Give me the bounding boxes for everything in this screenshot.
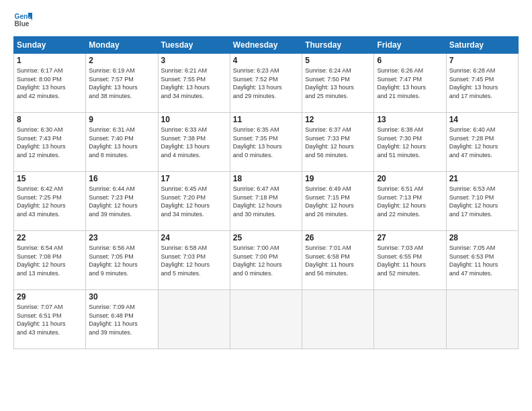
day-number: 18 xyxy=(233,174,299,183)
day-number: 25 xyxy=(233,233,299,242)
calendar-day-cell: 10Sunrise: 6:33 AM Sunset: 7:38 PM Dayli… xyxy=(158,113,230,172)
day-number: 11 xyxy=(233,115,299,124)
calendar-day-cell: 23Sunrise: 6:56 AM Sunset: 7:05 PM Dayli… xyxy=(86,231,158,290)
day-header-friday: Friday xyxy=(374,37,446,54)
day-number: 30 xyxy=(89,292,154,302)
day-info: Sunrise: 7:09 AM Sunset: 6:48 PM Dayligh… xyxy=(89,303,154,336)
day-info: Sunrise: 6:33 AM Sunset: 7:38 PM Dayligh… xyxy=(161,126,227,159)
day-number: 26 xyxy=(305,233,371,242)
day-info: Sunrise: 6:21 AM Sunset: 7:55 PM Dayligh… xyxy=(161,66,227,100)
calendar-day-cell: 17Sunrise: 6:45 AM Sunset: 7:20 PM Dayli… xyxy=(158,172,230,231)
day-header-sunday: Sunday xyxy=(14,37,86,54)
day-number: 20 xyxy=(377,174,443,183)
day-info: Sunrise: 6:37 AM Sunset: 7:33 PM Dayligh… xyxy=(305,126,371,159)
day-info: Sunrise: 7:00 AM Sunset: 7:00 PM Dayligh… xyxy=(233,244,299,277)
day-info: Sunrise: 6:40 AM Sunset: 7:28 PM Dayligh… xyxy=(449,126,515,159)
calendar-day-cell: 28Sunrise: 7:05 AM Sunset: 6:53 PM Dayli… xyxy=(446,231,518,290)
calendar-week-row: 8Sunrise: 6:30 AM Sunset: 7:43 PM Daylig… xyxy=(14,113,519,172)
day-number: 5 xyxy=(305,56,371,65)
day-info: Sunrise: 6:44 AM Sunset: 7:23 PM Dayligh… xyxy=(89,185,154,218)
calendar-day-cell: 22Sunrise: 6:54 AM Sunset: 7:08 PM Dayli… xyxy=(14,231,86,290)
svg-text:Blue: Blue xyxy=(15,20,30,28)
calendar-day-cell: 11Sunrise: 6:35 AM Sunset: 7:35 PM Dayli… xyxy=(230,113,302,172)
day-number: 15 xyxy=(17,174,83,183)
day-info: Sunrise: 6:42 AM Sunset: 7:25 PM Dayligh… xyxy=(17,185,83,218)
calendar-day-cell: 30Sunrise: 7:09 AM Sunset: 6:48 PM Dayli… xyxy=(86,290,158,349)
day-header-wednesday: Wednesday xyxy=(230,37,302,54)
calendar-day-cell: 2Sunrise: 6:19 AM Sunset: 7:57 PM Daylig… xyxy=(86,54,158,113)
day-number: 7 xyxy=(449,56,515,65)
calendar-day-cell: 1Sunrise: 6:17 AM Sunset: 8:00 PM Daylig… xyxy=(14,54,86,113)
calendar-day-cell: 19Sunrise: 6:49 AM Sunset: 7:15 PM Dayli… xyxy=(302,172,374,231)
calendar-day-cell: 4Sunrise: 6:23 AM Sunset: 7:52 PM Daylig… xyxy=(230,54,302,113)
day-number: 1 xyxy=(17,56,83,65)
calendar-day-cell: 15Sunrise: 6:42 AM Sunset: 7:25 PM Dayli… xyxy=(14,172,86,231)
day-info: Sunrise: 6:38 AM Sunset: 7:30 PM Dayligh… xyxy=(377,126,443,159)
calendar-day-cell: 8Sunrise: 6:30 AM Sunset: 7:43 PM Daylig… xyxy=(14,113,86,172)
day-number: 8 xyxy=(17,115,83,124)
day-info: Sunrise: 7:01 AM Sunset: 6:58 PM Dayligh… xyxy=(305,244,371,277)
day-number: 12 xyxy=(305,115,371,124)
calendar-day-cell: 7Sunrise: 6:28 AM Sunset: 7:45 PM Daylig… xyxy=(446,54,518,113)
day-info: Sunrise: 6:28 AM Sunset: 7:45 PM Dayligh… xyxy=(449,66,515,100)
calendar-day-cell: 20Sunrise: 6:51 AM Sunset: 7:13 PM Dayli… xyxy=(374,172,446,231)
calendar-day-cell: 14Sunrise: 6:40 AM Sunset: 7:28 PM Dayli… xyxy=(446,113,518,172)
calendar-day-cell: 16Sunrise: 6:44 AM Sunset: 7:23 PM Dayli… xyxy=(86,172,158,231)
day-number: 19 xyxy=(305,174,371,183)
day-info: Sunrise: 7:03 AM Sunset: 6:55 PM Dayligh… xyxy=(377,244,443,277)
day-number: 16 xyxy=(89,174,154,183)
calendar-day-cell: 21Sunrise: 6:53 AM Sunset: 7:10 PM Dayli… xyxy=(446,172,518,231)
day-info: Sunrise: 6:35 AM Sunset: 7:35 PM Dayligh… xyxy=(233,126,299,159)
logo: General Blue xyxy=(13,11,35,30)
day-header-saturday: Saturday xyxy=(446,37,518,54)
day-number: 4 xyxy=(233,56,299,65)
page-header: General Blue xyxy=(13,11,519,30)
calendar-day-cell xyxy=(374,290,446,349)
logo-icon: General Blue xyxy=(13,11,32,30)
calendar-day-cell: 9Sunrise: 6:31 AM Sunset: 7:40 PM Daylig… xyxy=(86,113,158,172)
calendar-week-row: 1Sunrise: 6:17 AM Sunset: 8:00 PM Daylig… xyxy=(14,54,519,113)
day-number: 24 xyxy=(161,233,227,242)
calendar-week-row: 22Sunrise: 6:54 AM Sunset: 7:08 PM Dayli… xyxy=(14,231,519,290)
calendar-day-cell: 12Sunrise: 6:37 AM Sunset: 7:33 PM Dayli… xyxy=(302,113,374,172)
day-info: Sunrise: 6:45 AM Sunset: 7:20 PM Dayligh… xyxy=(161,185,227,218)
calendar-week-row: 15Sunrise: 6:42 AM Sunset: 7:25 PM Dayli… xyxy=(14,172,519,231)
calendar-day-cell xyxy=(446,290,518,349)
day-number: 3 xyxy=(161,56,227,65)
day-info: Sunrise: 6:51 AM Sunset: 7:13 PM Dayligh… xyxy=(377,185,443,218)
day-number: 29 xyxy=(17,292,83,302)
day-number: 9 xyxy=(89,115,154,124)
day-number: 23 xyxy=(89,233,154,242)
calendar-day-cell xyxy=(230,290,302,349)
day-number: 2 xyxy=(89,56,154,65)
day-info: Sunrise: 6:26 AM Sunset: 7:47 PM Dayligh… xyxy=(377,66,443,100)
day-info: Sunrise: 6:58 AM Sunset: 7:03 PM Dayligh… xyxy=(161,244,227,277)
day-info: Sunrise: 6:56 AM Sunset: 7:05 PM Dayligh… xyxy=(89,244,154,277)
day-number: 27 xyxy=(377,233,443,242)
calendar-day-cell: 26Sunrise: 7:01 AM Sunset: 6:58 PM Dayli… xyxy=(302,231,374,290)
calendar-day-cell: 27Sunrise: 7:03 AM Sunset: 6:55 PM Dayli… xyxy=(374,231,446,290)
day-info: Sunrise: 6:30 AM Sunset: 7:43 PM Dayligh… xyxy=(17,126,83,159)
calendar-day-cell xyxy=(302,290,374,349)
day-number: 21 xyxy=(449,174,515,183)
calendar-day-cell: 13Sunrise: 6:38 AM Sunset: 7:30 PM Dayli… xyxy=(374,113,446,172)
day-info: Sunrise: 6:47 AM Sunset: 7:18 PM Dayligh… xyxy=(233,185,299,218)
day-header-monday: Monday xyxy=(86,37,158,54)
day-number: 13 xyxy=(377,115,443,124)
day-header-thursday: Thursday xyxy=(302,37,374,54)
calendar-day-cell: 24Sunrise: 6:58 AM Sunset: 7:03 PM Dayli… xyxy=(158,231,230,290)
day-number: 28 xyxy=(449,233,515,242)
calendar-day-cell: 5Sunrise: 6:24 AM Sunset: 7:50 PM Daylig… xyxy=(302,54,374,113)
day-info: Sunrise: 6:31 AM Sunset: 7:40 PM Dayligh… xyxy=(89,126,154,159)
calendar-table: SundayMondayTuesdayWednesdayThursdayFrid… xyxy=(13,36,519,349)
day-info: Sunrise: 6:17 AM Sunset: 8:00 PM Dayligh… xyxy=(17,66,83,100)
calendar-day-cell: 3Sunrise: 6:21 AM Sunset: 7:55 PM Daylig… xyxy=(158,54,230,113)
calendar-header-row: SundayMondayTuesdayWednesdayThursdayFrid… xyxy=(14,37,519,54)
calendar-day-cell: 6Sunrise: 6:26 AM Sunset: 7:47 PM Daylig… xyxy=(374,54,446,113)
day-info: Sunrise: 7:07 AM Sunset: 6:51 PM Dayligh… xyxy=(17,303,83,336)
day-number: 17 xyxy=(161,174,227,183)
day-info: Sunrise: 6:19 AM Sunset: 7:57 PM Dayligh… xyxy=(89,66,154,100)
calendar-week-row: 29Sunrise: 7:07 AM Sunset: 6:51 PM Dayli… xyxy=(14,290,519,349)
day-header-tuesday: Tuesday xyxy=(158,37,230,54)
calendar-day-cell xyxy=(158,290,230,349)
